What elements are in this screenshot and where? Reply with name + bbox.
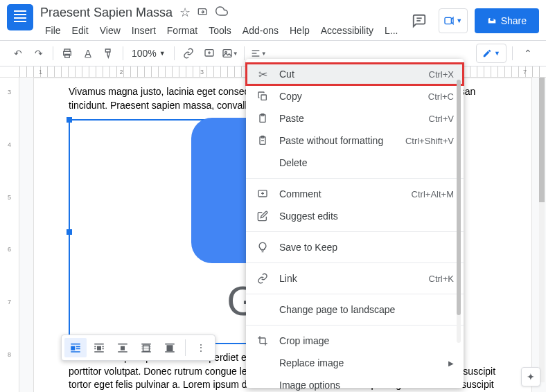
menu-accessibility[interactable]: Accessibility bbox=[316, 22, 378, 39]
ctx-link[interactable]: Link Ctrl+K bbox=[246, 267, 464, 289]
ctx-paste-no-format[interactable]: Paste without formatting Ctrl+Shift+V bbox=[246, 130, 464, 152]
ctx-image-options[interactable]: Image options bbox=[246, 374, 464, 392]
share-label: Share bbox=[501, 15, 527, 26]
image-more-button[interactable]: ⋮ bbox=[190, 338, 212, 357]
ctx-separator bbox=[246, 231, 464, 232]
svg-rect-14 bbox=[71, 344, 80, 345]
undo-button[interactable]: ↶ bbox=[8, 44, 28, 63]
submenu-arrow-icon: ▶ bbox=[448, 359, 454, 367]
menu-file[interactable]: File bbox=[40, 22, 66, 39]
svg-rect-21 bbox=[94, 346, 96, 348]
svg-rect-37 bbox=[261, 95, 266, 100]
svg-rect-18 bbox=[71, 351, 80, 353]
paint-format-button[interactable] bbox=[99, 44, 118, 63]
menu-edit[interactable]: Edit bbox=[67, 22, 94, 39]
svg-rect-28 bbox=[118, 351, 127, 353]
svg-rect-23 bbox=[94, 348, 96, 350]
main-scrollbar[interactable] bbox=[539, 78, 545, 382]
title-area: Praesent Sapien Massa ☆ File Edit View I… bbox=[40, 4, 407, 39]
svg-rect-24 bbox=[103, 348, 104, 350]
suggest-icon bbox=[256, 211, 270, 222]
ctx-separator bbox=[246, 325, 464, 326]
wrap-break-button[interactable] bbox=[112, 338, 134, 357]
ctx-landscape[interactable]: Change page to landscape bbox=[246, 299, 464, 321]
link-icon bbox=[256, 273, 270, 284]
ctx-paste[interactable]: Paste Ctrl+V bbox=[246, 107, 464, 130]
add-comment-button[interactable] bbox=[200, 44, 219, 63]
print-button[interactable] bbox=[58, 44, 77, 63]
resize-handle[interactable] bbox=[67, 229, 72, 235]
svg-rect-20 bbox=[97, 346, 101, 350]
wrap-front-button[interactable] bbox=[159, 338, 181, 357]
crop-icon bbox=[256, 335, 270, 346]
svg-rect-35 bbox=[167, 345, 173, 351]
star-icon[interactable]: ☆ bbox=[179, 5, 191, 20]
menu-view[interactable]: View bbox=[95, 22, 125, 39]
link-button[interactable] bbox=[179, 44, 198, 63]
svg-rect-22 bbox=[103, 346, 104, 348]
context-menu: ✂Cut Ctrl+X Copy Ctrl+C Paste Ctrl+V Pas… bbox=[246, 59, 464, 388]
explore-button[interactable]: ✦ bbox=[521, 367, 540, 386]
share-button[interactable]: Share bbox=[475, 8, 539, 33]
present-button[interactable]: ▼ bbox=[439, 8, 468, 33]
ctx-copy[interactable]: Copy Ctrl+C bbox=[246, 85, 464, 107]
cut-icon: ✂ bbox=[256, 68, 270, 81]
svg-rect-27 bbox=[121, 346, 125, 350]
ctx-scrollbar[interactable] bbox=[457, 80, 461, 343]
svg-rect-36 bbox=[165, 351, 175, 353]
copy-icon bbox=[256, 91, 270, 102]
ctx-save-to-keep[interactable]: Save to Keep bbox=[246, 236, 464, 258]
spellcheck-button[interactable]: A bbox=[78, 44, 98, 63]
cloud-status-icon[interactable] bbox=[215, 5, 228, 21]
ctx-suggest-edits[interactable]: Suggest edits bbox=[246, 205, 464, 227]
ctx-comment[interactable]: Comment Ctrl+Alt+M bbox=[246, 183, 464, 205]
menu-insert[interactable]: Insert bbox=[127, 22, 161, 39]
keep-icon bbox=[256, 242, 270, 253]
ctx-separator bbox=[246, 294, 464, 294]
svg-rect-26 bbox=[118, 344, 127, 345]
comments-icon[interactable] bbox=[407, 8, 432, 33]
comment-icon bbox=[256, 188, 270, 199]
move-icon[interactable] bbox=[197, 6, 209, 20]
ctx-delete[interactable]: Delete bbox=[246, 152, 464, 174]
image-wrap-toolbar: ⋮ bbox=[61, 335, 215, 361]
insert-image-button[interactable]: ▼ bbox=[220, 44, 240, 63]
svg-rect-25 bbox=[94, 351, 104, 353]
svg-rect-34 bbox=[165, 344, 175, 345]
wrap-inline-button[interactable] bbox=[64, 338, 87, 357]
ctx-separator bbox=[246, 262, 464, 263]
ctx-separator bbox=[246, 178, 464, 179]
app-header: Praesent Sapien Massa ☆ File Edit View I… bbox=[0, 0, 546, 40]
docs-logo[interactable] bbox=[7, 4, 33, 30]
paste-plain-icon bbox=[256, 135, 270, 146]
collapse-toolbar-button[interactable]: ⌃ bbox=[518, 44, 538, 63]
svg-rect-15 bbox=[71, 346, 75, 350]
ctx-replace-image[interactable]: Replace image ▶ bbox=[246, 352, 464, 374]
svg-rect-17 bbox=[76, 348, 80, 350]
ctx-cut[interactable]: ✂Cut Ctrl+X bbox=[246, 63, 464, 85]
menu-format[interactable]: Format bbox=[162, 22, 202, 39]
svg-rect-9 bbox=[223, 50, 231, 57]
menu-tools[interactable]: Tools bbox=[204, 22, 236, 39]
svg-rect-33 bbox=[141, 351, 151, 353]
vertical-ruler[interactable]: 345678 bbox=[0, 78, 19, 392]
document-title[interactable]: Praesent Sapien Massa bbox=[40, 6, 173, 20]
svg-rect-29 bbox=[141, 344, 151, 345]
resize-handle[interactable] bbox=[67, 117, 72, 123]
menu-last-edit[interactable]: L... bbox=[380, 22, 403, 39]
svg-rect-16 bbox=[76, 346, 80, 348]
svg-rect-2 bbox=[445, 17, 451, 24]
menu-help[interactable]: Help bbox=[285, 22, 315, 39]
menubar: File Edit View Insert Format Tools Add-o… bbox=[40, 22, 407, 39]
redo-button[interactable]: ↷ bbox=[29, 44, 49, 63]
editing-mode-button[interactable]: ▼ bbox=[476, 44, 507, 63]
zoom-select[interactable]: 100%▼ bbox=[127, 48, 170, 59]
menu-addons[interactable]: Add-ons bbox=[238, 22, 283, 39]
wrap-behind-button[interactable] bbox=[135, 338, 157, 357]
ctx-crop-image[interactable]: Crop image bbox=[246, 330, 464, 352]
svg-rect-32 bbox=[141, 348, 151, 350]
svg-rect-19 bbox=[94, 344, 104, 345]
wrap-text-button[interactable] bbox=[88, 338, 110, 357]
paste-icon bbox=[256, 113, 270, 124]
